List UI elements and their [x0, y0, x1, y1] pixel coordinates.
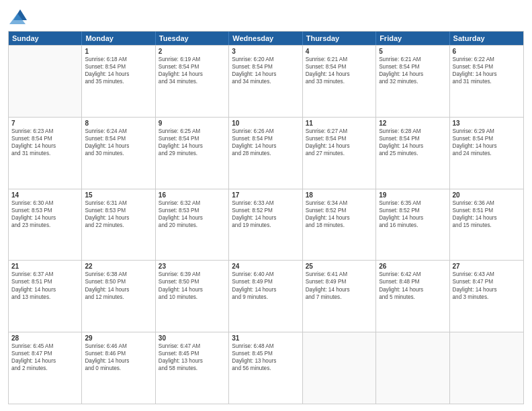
day-number: 24 [232, 263, 299, 270]
calendar-cell: 12Sunrise: 6:28 AM Sunset: 8:54 PM Dayli… [376, 118, 449, 189]
calendar-cell: 30Sunrise: 6:47 AM Sunset: 8:45 PM Dayli… [156, 332, 229, 404]
day-info: Sunrise: 6:29 AM Sunset: 8:54 PM Dayligh… [453, 128, 521, 157]
day-info: Sunrise: 6:38 AM Sunset: 8:50 PM Dayligh… [85, 271, 152, 300]
day-info: Sunrise: 6:30 AM Sunset: 8:53 PM Dayligh… [11, 199, 79, 229]
day-info: Sunrise: 6:21 AM Sunset: 8:54 PM Dayligh… [379, 56, 446, 85]
day-info: Sunrise: 6:23 AM Sunset: 8:54 PM Dayligh… [11, 128, 79, 157]
day-number: 29 [85, 334, 152, 342]
calendar-cell: 31Sunrise: 6:48 AM Sunset: 8:45 PM Dayli… [229, 332, 302, 404]
logo-icon [8, 7, 28, 27]
calendar-cell: 16Sunrise: 6:32 AM Sunset: 8:53 PM Dayli… [156, 189, 229, 261]
calendar-cell: 24Sunrise: 6:40 AM Sunset: 8:49 PM Dayli… [229, 261, 302, 332]
calendar-cell: 26Sunrise: 6:42 AM Sunset: 8:48 PM Dayli… [376, 261, 449, 332]
calendar-cell: 23Sunrise: 6:39 AM Sunset: 8:50 PM Dayli… [156, 261, 229, 332]
day-info: Sunrise: 6:45 AM Sunset: 8:47 PM Dayligh… [11, 342, 79, 372]
day-number: 6 [453, 48, 521, 55]
day-number: 28 [11, 334, 79, 342]
calendar-cell: 6Sunrise: 6:22 AM Sunset: 8:54 PM Daylig… [450, 46, 523, 117]
day-number: 23 [159, 263, 226, 270]
day-info: Sunrise: 6:25 AM Sunset: 8:54 PM Dayligh… [159, 128, 226, 157]
calendar-cell: 21Sunrise: 6:37 AM Sunset: 8:51 PM Dayli… [9, 261, 82, 332]
day-info: Sunrise: 6:41 AM Sunset: 8:49 PM Dayligh… [306, 271, 373, 300]
day-info: Sunrise: 6:20 AM Sunset: 8:54 PM Dayligh… [232, 56, 299, 85]
day-info: Sunrise: 6:35 AM Sunset: 8:52 PM Dayligh… [379, 199, 446, 229]
day-number: 20 [453, 191, 521, 199]
day-number: 4 [306, 48, 373, 55]
logo [8, 7, 31, 27]
day-number: 8 [85, 120, 152, 127]
day-info: Sunrise: 6:27 AM Sunset: 8:54 PM Dayligh… [306, 128, 373, 157]
calendar-cell: 27Sunrise: 6:43 AM Sunset: 8:47 PM Dayli… [450, 261, 523, 332]
calendar-cell: 10Sunrise: 6:26 AM Sunset: 8:54 PM Dayli… [229, 118, 302, 189]
calendar-cell: 5Sunrise: 6:21 AM Sunset: 8:54 PM Daylig… [376, 46, 449, 117]
day-info: Sunrise: 6:26 AM Sunset: 8:54 PM Dayligh… [232, 128, 299, 157]
calendar-header: SundayMondayTuesdayWednesdayThursdayFrid… [9, 32, 523, 45]
calendar-cell [450, 332, 523, 404]
day-number: 9 [159, 120, 226, 127]
day-info: Sunrise: 6:18 AM Sunset: 8:54 PM Dayligh… [85, 56, 152, 85]
day-info: Sunrise: 6:34 AM Sunset: 8:52 PM Dayligh… [306, 199, 373, 229]
calendar: SundayMondayTuesdayWednesdayThursdayFrid… [8, 31, 524, 404]
day-number: 13 [453, 120, 521, 127]
calendar-cell: 28Sunrise: 6:45 AM Sunset: 8:47 PM Dayli… [9, 332, 82, 404]
header-cell-monday: Monday [82, 32, 155, 45]
calendar-body: 1Sunrise: 6:18 AM Sunset: 8:54 PM Daylig… [9, 45, 523, 404]
day-number: 21 [11, 263, 79, 270]
calendar-cell: 9Sunrise: 6:25 AM Sunset: 8:54 PM Daylig… [156, 118, 229, 189]
calendar-cell: 13Sunrise: 6:29 AM Sunset: 8:54 PM Dayli… [450, 118, 523, 189]
day-number: 1 [85, 48, 152, 55]
calendar-cell: 22Sunrise: 6:38 AM Sunset: 8:50 PM Dayli… [82, 261, 155, 332]
calendar-cell: 4Sunrise: 6:21 AM Sunset: 8:54 PM Daylig… [303, 46, 376, 117]
day-number: 3 [232, 48, 299, 55]
calendar-row: 28Sunrise: 6:45 AM Sunset: 8:47 PM Dayli… [9, 332, 523, 404]
day-info: Sunrise: 6:47 AM Sunset: 8:45 PM Dayligh… [159, 342, 226, 372]
day-number: 27 [453, 263, 521, 270]
calendar-cell: 15Sunrise: 6:31 AM Sunset: 8:53 PM Dayli… [82, 189, 155, 261]
calendar-cell: 2Sunrise: 6:19 AM Sunset: 8:54 PM Daylig… [156, 46, 229, 117]
day-info: Sunrise: 6:42 AM Sunset: 8:48 PM Dayligh… [379, 271, 446, 300]
day-info: Sunrise: 6:48 AM Sunset: 8:45 PM Dayligh… [232, 342, 299, 372]
day-info: Sunrise: 6:39 AM Sunset: 8:50 PM Dayligh… [159, 271, 226, 300]
day-number: 5 [379, 48, 446, 55]
calendar-row: 7Sunrise: 6:23 AM Sunset: 8:54 PM Daylig… [9, 117, 523, 189]
calendar-cell: 29Sunrise: 6:46 AM Sunset: 8:46 PM Dayli… [82, 332, 155, 404]
day-number: 22 [85, 263, 152, 270]
calendar-cell: 1Sunrise: 6:18 AM Sunset: 8:54 PM Daylig… [82, 46, 155, 117]
day-info: Sunrise: 6:33 AM Sunset: 8:52 PM Dayligh… [232, 199, 299, 229]
header-cell-thursday: Thursday [303, 32, 376, 45]
day-info: Sunrise: 6:22 AM Sunset: 8:54 PM Dayligh… [453, 56, 521, 85]
day-number: 14 [11, 191, 79, 199]
day-info: Sunrise: 6:19 AM Sunset: 8:54 PM Dayligh… [159, 56, 226, 85]
day-number: 2 [159, 48, 226, 55]
day-number: 12 [379, 120, 446, 127]
day-number: 17 [232, 191, 299, 199]
header-cell-saturday: Saturday [450, 32, 523, 45]
calendar-cell: 7Sunrise: 6:23 AM Sunset: 8:54 PM Daylig… [9, 118, 82, 189]
calendar-cell: 25Sunrise: 6:41 AM Sunset: 8:49 PM Dayli… [303, 261, 376, 332]
day-number: 30 [159, 334, 226, 342]
day-info: Sunrise: 6:40 AM Sunset: 8:49 PM Dayligh… [232, 271, 299, 300]
calendar-row: 21Sunrise: 6:37 AM Sunset: 8:51 PM Dayli… [9, 260, 523, 332]
day-number: 10 [232, 120, 299, 127]
calendar-cell: 17Sunrise: 6:33 AM Sunset: 8:52 PM Dayli… [229, 189, 302, 261]
day-number: 11 [306, 120, 373, 127]
calendar-cell: 19Sunrise: 6:35 AM Sunset: 8:52 PM Dayli… [376, 189, 449, 261]
day-number: 15 [85, 191, 152, 199]
day-info: Sunrise: 6:24 AM Sunset: 8:54 PM Dayligh… [85, 128, 152, 157]
calendar-cell [376, 332, 449, 404]
calendar-row: 1Sunrise: 6:18 AM Sunset: 8:54 PM Daylig… [9, 45, 523, 117]
day-info: Sunrise: 6:36 AM Sunset: 8:51 PM Dayligh… [453, 199, 521, 229]
day-info: Sunrise: 6:21 AM Sunset: 8:54 PM Dayligh… [306, 56, 373, 85]
calendar-cell: 11Sunrise: 6:27 AM Sunset: 8:54 PM Dayli… [303, 118, 376, 189]
calendar-row: 14Sunrise: 6:30 AM Sunset: 8:53 PM Dayli… [9, 189, 523, 261]
day-number: 26 [379, 263, 446, 270]
calendar-cell: 20Sunrise: 6:36 AM Sunset: 8:51 PM Dayli… [450, 189, 523, 261]
day-number: 25 [306, 263, 373, 270]
day-info: Sunrise: 6:31 AM Sunset: 8:53 PM Dayligh… [85, 199, 152, 229]
header-cell-wednesday: Wednesday [229, 32, 302, 45]
calendar-cell [9, 46, 82, 117]
calendar-cell: 14Sunrise: 6:30 AM Sunset: 8:53 PM Dayli… [9, 189, 82, 261]
header [8, 7, 524, 27]
day-number: 31 [232, 334, 299, 342]
day-number: 7 [11, 120, 79, 127]
